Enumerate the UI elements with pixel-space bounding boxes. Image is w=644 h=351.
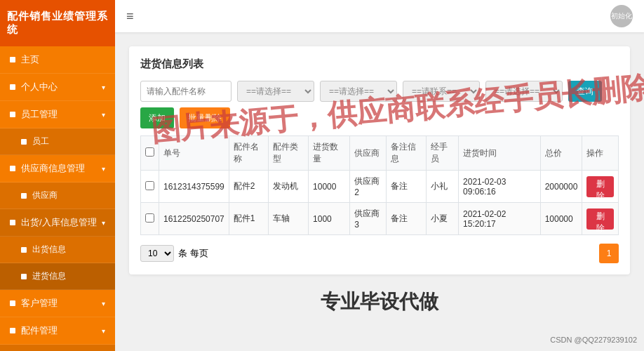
chevron-icon5: ▾ [102, 300, 105, 307]
sidebar: 配件销售业绩管理系统 主页 个人中心 ▾ 员工管理 ▾ 员工 供应商信息管理 ▾… [0, 0, 115, 351]
inbound-icon [21, 274, 27, 279]
outbound-icon [21, 247, 27, 253]
cell-supplier: 供应商2 [350, 171, 387, 203]
sidebar-label-inbound: 进货信息 [32, 270, 66, 282]
panel-title: 进货信息列表 [140, 58, 619, 71]
content-area: 图片来源于，供应商联系经手员长删除！ 进货信息列表 ==请选择== ==请选择=… [115, 32, 644, 351]
cell-type: 发动机 [269, 171, 309, 203]
supplier-icon [21, 193, 27, 199]
supplier-mgmt-icon [10, 166, 15, 171]
chevron-icon3: ▾ [102, 165, 105, 173]
sidebar-item-inbound[interactable]: 进货信息 [0, 263, 115, 290]
cell-handler: 小夏 [426, 203, 458, 235]
table-row: 1612314375599 配件2 发动机 10000 供应商2 备注 小礼 2… [141, 171, 619, 203]
pagination-row: 102050 条 每页 1 [140, 244, 619, 263]
cell-qty: 1000 [309, 203, 350, 235]
page-1-button[interactable]: 1 [599, 244, 619, 263]
cell-supplier: 供应商3 [350, 203, 387, 235]
sidebar-label-home: 主页 [21, 53, 39, 66]
bottom-text: 专业毕设代做 [129, 289, 630, 315]
cell-qty: 10000 [309, 171, 350, 203]
sidebar-label-personal: 个人中心 [21, 81, 58, 93]
sidebar-item-inout-mgmt[interactable]: 出货/入库信息管理 ▾ [0, 209, 115, 237]
home-icon [10, 57, 15, 62]
staff-sub-icon [21, 139, 27, 145]
sidebar-label-parts-mgmt: 配件管理 [21, 324, 58, 337]
cell-id: 1612250250707 [159, 203, 229, 235]
data-table: 单号 配件名称 配件类型 进货数量 供应商 备注信息 经手员 进货时间 总价 操… [140, 135, 619, 235]
cell-action: 删除 [582, 203, 619, 235]
sidebar-label-staff: 员工 [32, 135, 49, 147]
cell-note: 备注 [387, 203, 427, 235]
sidebar-label-supplier-mgmt: 供应商信息管理 [21, 162, 85, 175]
parts-mgmt-icon [10, 328, 15, 333]
table-row: 1612250250707 配件1 车轴 1000 供应商3 备注 小夏 202… [141, 203, 619, 235]
col-id: 单号 [159, 136, 229, 171]
chevron-icon: ▾ [102, 84, 105, 91]
chevron-icon6: ▾ [102, 327, 105, 335]
filter-contact-select[interactable]: ==请联系== [403, 81, 480, 102]
row-checkbox[interactable] [145, 181, 154, 190]
sidebar-item-parts-type[interactable]: 配件类型 [0, 345, 115, 351]
filter-name-input[interactable] [140, 81, 232, 102]
delete-button[interactable]: 删除 [586, 208, 614, 230]
avatar[interactable]: 初始化 [610, 5, 633, 27]
col-time: 进货时间 [459, 136, 541, 171]
cell-total: 100000 [540, 203, 582, 235]
table-panel: 进货信息列表 ==请选择== ==请选择== ==请联系== ==请选择== 查… [129, 46, 630, 274]
sidebar-item-parts-mgmt[interactable]: 配件管理 ▾ [0, 317, 115, 345]
staff-icon [10, 112, 15, 117]
cell-note: 备注 [387, 171, 427, 203]
filter-row: ==请选择== ==请选择== ==请联系== ==请选择== 查询 添加 批量… [140, 81, 619, 128]
col-qty: 进货数量 [309, 136, 350, 171]
query-button[interactable]: 查询 [568, 81, 602, 102]
cell-action: 删除 [582, 171, 619, 203]
chevron-icon2: ▾ [102, 111, 105, 119]
col-note: 备注信息 [387, 136, 427, 171]
col-type: 配件类型 [269, 136, 309, 171]
cell-name: 配件2 [229, 171, 269, 203]
topbar: ≡ 初始化 [115, 0, 644, 32]
menu-toggle-icon[interactable]: ≡ [126, 9, 134, 24]
col-handler: 经手员 [426, 136, 458, 171]
sidebar-item-supplier[interactable]: 供应商 [0, 183, 115, 209]
select-all-checkbox[interactable] [145, 147, 154, 157]
col-total: 总价 [540, 136, 582, 171]
cell-time: 2021-02-03 09:06:16 [459, 171, 541, 203]
sidebar-label-outbound: 出货信息 [32, 244, 66, 256]
batch-delete-button[interactable]: 批量删除 [180, 107, 230, 128]
sidebar-label-supplier: 供应商 [32, 190, 58, 201]
cell-id: 1612314375599 [159, 171, 229, 203]
col-name: 配件名称 [229, 136, 269, 171]
person-icon [10, 84, 15, 90]
sidebar-item-customer[interactable]: 客户管理 ▾ [0, 290, 115, 317]
csdn-badge: CSDN @QQ2279239102 [550, 336, 637, 344]
per-page-label: 条 每页 [178, 247, 208, 260]
sidebar-label-staff-mgmt: 员工管理 [21, 108, 58, 121]
per-page-select[interactable]: 102050 [140, 245, 174, 262]
sidebar-item-supplier-mgmt[interactable]: 供应商信息管理 ▾ [0, 155, 115, 183]
cell-name: 配件1 [229, 203, 269, 235]
filter-supplier-select[interactable]: ==请选择== [320, 81, 397, 102]
filter-manager-select[interactable]: ==请选择== [485, 81, 563, 102]
sidebar-label-customer: 客户管理 [21, 297, 58, 310]
add-button[interactable]: 添加 [140, 107, 174, 128]
row-checkbox[interactable] [145, 213, 154, 223]
cell-total: 2000000 [540, 171, 582, 203]
cell-type: 车轴 [269, 203, 309, 235]
sidebar-label-inout-mgmt: 出货/入库信息管理 [21, 216, 97, 229]
inout-icon [10, 220, 15, 225]
customer-icon [10, 300, 15, 306]
chevron-icon4: ▾ [102, 219, 105, 227]
sidebar-item-personal[interactable]: 个人中心 ▾ [0, 74, 115, 101]
cell-time: 2021-02-02 15:20:17 [459, 203, 541, 235]
filter-type-select[interactable]: ==请选择== [237, 81, 314, 102]
main-content: ≡ 初始化 图片来源于，供应商联系经手员长删除！ 进货信息列表 ==请选择== … [115, 0, 644, 351]
col-supplier: 供应商 [350, 136, 387, 171]
app-title: 配件销售业绩管理系统 [0, 0, 115, 46]
sidebar-item-staff-mgmt[interactable]: 员工管理 ▾ [0, 101, 115, 128]
sidebar-item-home[interactable]: 主页 [0, 46, 115, 74]
sidebar-item-outbound[interactable]: 出货信息 [0, 237, 115, 263]
delete-button[interactable]: 删除 [586, 176, 614, 197]
sidebar-item-staff[interactable]: 员工 [0, 128, 115, 155]
